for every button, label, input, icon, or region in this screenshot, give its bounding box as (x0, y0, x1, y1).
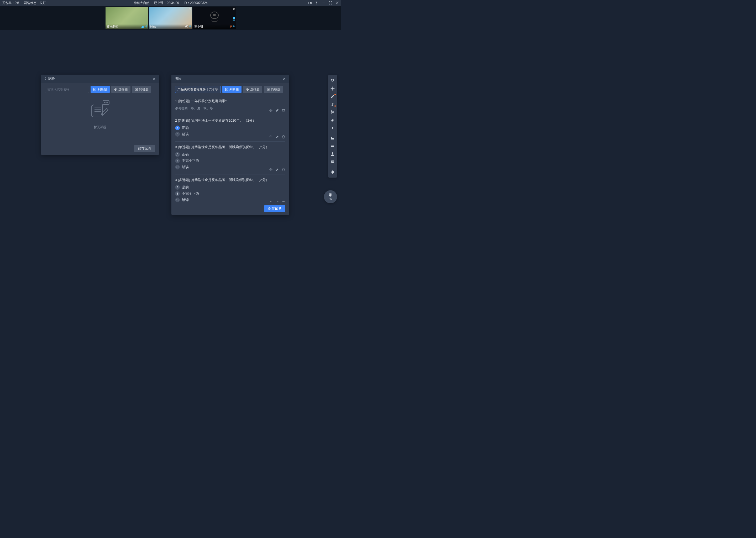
svg-point-22 (106, 102, 106, 103)
edit-question-icon[interactable] (275, 201, 279, 202)
save-quiz-button[interactable]: 保存试卷 (134, 145, 155, 152)
pen-tool-icon[interactable] (328, 92, 337, 100)
delete-question-icon[interactable] (282, 108, 285, 112)
user-tool-icon[interactable] (328, 150, 337, 158)
svg-rect-0 (308, 2, 310, 4)
question-title: 4 [多选题] 施华洛世奇是反华品牌，所以梁鼎琪反华。 （2分） (175, 178, 285, 182)
option-row[interactable]: B不完全正确 (175, 191, 285, 196)
elapsed-time: 已上课：02:34:09 (154, 1, 179, 5)
option-badge: B (175, 191, 180, 196)
panel-header: 测验 ✕ (171, 75, 289, 83)
quiz-toolbar: 判断题 选择题 简答题 (41, 83, 159, 96)
scissors-tool-icon[interactable] (328, 108, 337, 116)
save-quiz-button[interactable]: 保存试卷 (264, 205, 285, 212)
move-tool-icon[interactable] (328, 84, 337, 92)
svg-point-33 (332, 127, 333, 129)
question-block: 4 [多选题] 施华洛世奇是反华品牌，所以梁鼎琪反华。 （2分）A是的B不完全正… (175, 175, 285, 202)
option-badge: A (175, 126, 180, 130)
toolbar-divider (330, 133, 336, 133)
quiz-name-input[interactable] (45, 86, 89, 93)
option-row[interactable]: A是的 (175, 185, 285, 190)
mic-on-icon (233, 25, 235, 28)
camera-toggle-icon[interactable] (308, 1, 312, 5)
option-row[interactable]: C错译 (175, 197, 285, 202)
question-title: 2 [判断题] 我国宪法上一次更新是在2020年。 （2分） (175, 118, 285, 123)
edit-question-icon[interactable] (275, 168, 279, 172)
video-tile-teacher[interactable]: 叮当老师 (106, 7, 148, 29)
video-tile-student[interactable]: × Nina ✶ (149, 7, 192, 29)
edit-question-icon[interactable] (275, 135, 279, 139)
move-question-icon[interactable] (269, 108, 273, 112)
question-actions (269, 168, 285, 172)
option-label: 不完全正确 (182, 158, 199, 163)
question-block: 3 [单选题] 施华洛世奇是反华品牌，所以梁鼎琪反华。 （2分）A正确B不完全正… (175, 141, 285, 175)
svg-point-38 (332, 161, 333, 162)
svg-rect-34 (331, 145, 334, 147)
add-judge-button[interactable]: 判断题 (91, 86, 110, 93)
camera-off-icon (210, 12, 219, 19)
folder-tool-icon[interactable] (328, 134, 337, 142)
svg-text:T: T (331, 102, 334, 106)
chat-tool-icon[interactable] (328, 158, 337, 166)
delete-question-icon[interactable] (282, 201, 285, 202)
tile-close-icon[interactable]: × (189, 7, 191, 11)
mic-muted-icon (230, 25, 232, 28)
question-actions (269, 135, 285, 139)
panel-close-icon[interactable]: ✕ (153, 77, 156, 81)
quiz-name-input[interactable]: 产品说试卷名称最多十六个字 (175, 86, 221, 93)
video-tile-student[interactable]: × 王小明 (193, 7, 236, 29)
text-tool-icon[interactable]: T (328, 100, 337, 108)
bell-tool-icon[interactable] (328, 168, 337, 176)
option-label: 错误 (182, 132, 189, 136)
back-icon[interactable] (44, 77, 46, 81)
move-question-icon[interactable] (269, 168, 273, 172)
option-badge: B (175, 158, 180, 163)
option-label: 不完全正确 (182, 191, 199, 196)
option-row[interactable]: A正确 (175, 126, 285, 130)
add-judge-button[interactable]: 判断题 (222, 86, 242, 93)
participant-video-row: 叮当老师 × Nina ✶ × 王小 (0, 6, 341, 30)
delete-question-icon[interactable] (282, 135, 285, 139)
empty-text: 暂无试题 (94, 125, 106, 130)
hand-raise-button[interactable]: 0/2 (324, 190, 337, 203)
fullscreen-icon[interactable] (329, 1, 332, 5)
reference-answer: 参考答案：春、夏、秋、冬 (175, 106, 285, 111)
add-short-answer-button[interactable]: 简答题 (264, 86, 283, 93)
cursor-tool-icon[interactable] (328, 77, 337, 84)
option-row[interactable]: A正确 (175, 152, 285, 157)
add-short-answer-button[interactable]: 简答题 (132, 86, 151, 93)
badge-icon: ✶ (185, 25, 188, 28)
quiz-panel-editor: 测验 ✕ 产品说试卷名称最多十六个字 判断题 选择题 简答题 1 [简答题] 一… (171, 75, 289, 215)
option-row[interactable]: B错误 (175, 132, 285, 136)
toolbox-tool-icon[interactable] (328, 142, 337, 150)
move-question-icon[interactable] (269, 135, 273, 139)
svg-point-31 (331, 111, 332, 112)
settings-icon[interactable] (315, 1, 319, 5)
panel-title: 测验 (174, 77, 181, 81)
top-status-bar: 丢包率：0% 网络状态：良好 神秘大自然 已上课：02:34:09 ID：202… (0, 0, 341, 6)
option-badge: C (175, 197, 180, 202)
add-choice-button[interactable]: 选择题 (243, 86, 262, 93)
option-row[interactable]: C错误 (175, 165, 285, 169)
quiz-panel-empty: 测验 ✕ 判断题 选择题 简答题 (41, 75, 159, 155)
participant-name: 王小明 (194, 25, 203, 28)
move-question-icon[interactable] (269, 201, 273, 202)
option-row[interactable]: B不完全正确 (175, 158, 285, 163)
laser-tool-icon[interactable] (328, 124, 337, 132)
eraser-tool-icon[interactable] (328, 116, 337, 124)
delete-question-icon[interactable] (282, 168, 285, 172)
edit-question-icon[interactable] (275, 108, 279, 112)
panel-header: 测验 ✕ (41, 75, 159, 83)
option-label: 是的 (182, 185, 189, 190)
close-window-icon[interactable] (336, 1, 339, 5)
svg-point-21 (104, 102, 105, 103)
participant-name: 叮当老师 (107, 25, 118, 28)
tile-close-icon[interactable]: × (233, 7, 235, 11)
svg-rect-16 (93, 104, 102, 116)
add-choice-button[interactable]: 选择题 (111, 86, 130, 93)
session-id: ID：2020070324 (184, 1, 208, 5)
panel-close-icon[interactable]: ✕ (283, 77, 286, 81)
question-actions (269, 108, 285, 112)
minimize-icon[interactable] (322, 1, 325, 5)
hand-raise-count: 0/2 (329, 198, 332, 201)
